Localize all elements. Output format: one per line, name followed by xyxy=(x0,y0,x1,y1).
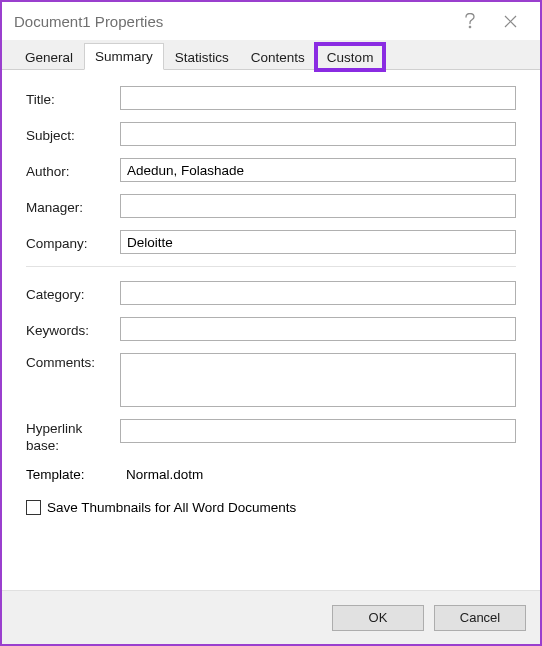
manager-label: Manager: xyxy=(26,198,120,215)
title-label: Title: xyxy=(26,90,120,107)
dialog-footer: OK Cancel xyxy=(2,590,540,644)
author-input[interactable] xyxy=(120,158,516,182)
comments-input[interactable] xyxy=(120,353,516,407)
tab-statistics[interactable]: Statistics xyxy=(164,44,240,70)
dialog-title: Document1 Properties xyxy=(14,13,450,30)
tab-summary[interactable]: Summary xyxy=(84,43,164,70)
comments-label: Comments: xyxy=(26,353,120,370)
tab-custom[interactable]: Custom xyxy=(316,44,385,70)
subject-label: Subject: xyxy=(26,126,120,143)
close-icon xyxy=(504,15,517,28)
properties-dialog: Document1 Properties General Summary Sta… xyxy=(0,0,542,646)
ok-button[interactable]: OK xyxy=(332,605,424,631)
save-thumbnails-row[interactable]: Save Thumbnails for All Word Documents xyxy=(26,500,516,515)
author-label: Author: xyxy=(26,162,120,179)
template-value: Normal.dotm xyxy=(120,467,203,482)
template-label: Template: xyxy=(26,467,120,482)
subject-input[interactable] xyxy=(120,122,516,146)
tab-general[interactable]: General xyxy=(14,44,84,70)
hyperlink-base-input[interactable] xyxy=(120,419,516,443)
save-thumbnails-label: Save Thumbnails for All Word Documents xyxy=(47,500,296,515)
svg-point-0 xyxy=(469,26,471,28)
company-input[interactable] xyxy=(120,230,516,254)
company-label: Company: xyxy=(26,234,120,251)
hyperlink-base-label: Hyperlinkbase: xyxy=(26,419,120,455)
tab-contents[interactable]: Contents xyxy=(240,44,316,70)
keywords-input[interactable] xyxy=(120,317,516,341)
keywords-label: Keywords: xyxy=(26,321,120,338)
help-button[interactable] xyxy=(450,6,490,36)
tabstrip: General Summary Statistics Contents Cust… xyxy=(2,40,540,70)
cancel-button[interactable]: Cancel xyxy=(434,605,526,631)
title-input[interactable] xyxy=(120,86,516,110)
category-label: Category: xyxy=(26,285,120,302)
help-icon xyxy=(464,13,476,29)
category-input[interactable] xyxy=(120,281,516,305)
divider xyxy=(26,266,516,267)
save-thumbnails-checkbox[interactable] xyxy=(26,500,41,515)
manager-input[interactable] xyxy=(120,194,516,218)
titlebar: Document1 Properties xyxy=(2,2,540,40)
close-button[interactable] xyxy=(490,6,530,36)
summary-panel: Title: Subject: Author: Manager: Company… xyxy=(2,70,540,590)
